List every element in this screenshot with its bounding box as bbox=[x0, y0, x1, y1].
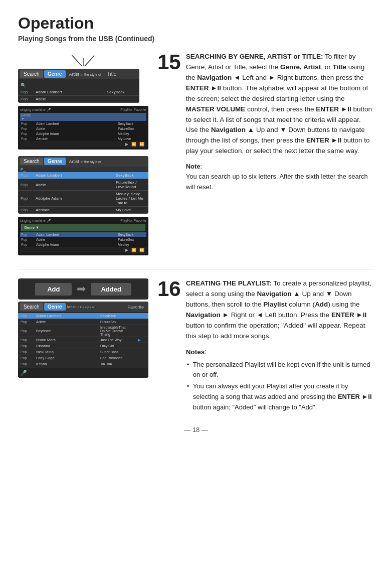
add-bold: Add bbox=[315, 301, 328, 308]
notes-label: Notes bbox=[186, 348, 205, 356]
pl-genre: Pop bbox=[21, 356, 35, 360]
karaoke-row: Pop Adam Lambert SexyBack bbox=[20, 121, 146, 126]
table-row: Pop Aerolah My Love bbox=[18, 207, 148, 214]
genre-tab-pl: Genre bbox=[44, 303, 66, 311]
row-title: FutureSex / LoveSound bbox=[116, 180, 146, 189]
section-16-images: Add ➡ Added Search Genre Artist in the s… bbox=[18, 278, 148, 378]
added-button-display: Added bbox=[91, 283, 131, 296]
enter-16: ENTER ►II bbox=[331, 311, 366, 319]
note-label: Note bbox=[186, 163, 201, 170]
genre-artist-bold: Genre, Artist bbox=[280, 63, 321, 71]
up-arrow: ▲ bbox=[248, 126, 254, 133]
k-title: FutureSex bbox=[118, 127, 145, 130]
k-genre: Pop bbox=[21, 127, 35, 130]
playlist-row: Pop Ke$ha TiK ToK bbox=[18, 361, 148, 367]
pl-genre: Pop bbox=[21, 350, 35, 354]
table-row: Pop Adele FutureSex / LoveSound bbox=[18, 179, 148, 191]
genre-tab-2: Genre bbox=[44, 158, 66, 165]
row-artist: Adele bbox=[36, 97, 107, 101]
note-16-2: You can always edit your Playlist after … bbox=[186, 381, 374, 412]
step-16-number: 16 bbox=[157, 278, 181, 300]
k-title: Medley bbox=[118, 132, 145, 135]
screen-mock-2: Search Genre Artist in the style of P_ P… bbox=[18, 156, 148, 214]
row-genre: Pop bbox=[21, 208, 36, 212]
search-bar-1: Search Genre Artist in the style of Titl… bbox=[18, 69, 139, 79]
step-15-number: 15 bbox=[157, 52, 181, 73]
genre-tab-active: Genre bbox=[44, 70, 66, 78]
k-artist: Adam Lambert bbox=[36, 233, 117, 236]
artist-tab-pl: Artist in the style of bbox=[67, 305, 95, 309]
k-artist: Adolphe Adam bbox=[36, 243, 117, 246]
playlist-bold: Playlist bbox=[263, 301, 287, 308]
title-bold: Title bbox=[333, 63, 347, 71]
right-arrow: ► bbox=[269, 74, 275, 81]
pl-artist: Lady Gaga bbox=[36, 356, 99, 360]
playlist-tabs: Search Genre Artist in the style of bbox=[20, 303, 94, 311]
pl-title: Super Bass bbox=[100, 350, 130, 354]
icon-strip: ▶ ⏪ ⏩ bbox=[20, 141, 146, 148]
master-volume-bold: MASTER VOLUME bbox=[186, 105, 246, 113]
step-16-title-bold: CREATING THE PLAYLIST: bbox=[186, 279, 272, 287]
pl-genre: Pop bbox=[21, 362, 35, 366]
pl-title: Only Girl bbox=[100, 344, 130, 348]
page-number: — 18 — bbox=[184, 426, 208, 433]
pl-title: SexyBack bbox=[100, 314, 130, 318]
pl-add: ▶ bbox=[132, 338, 146, 342]
step-15-header: 15 SEARCHING BY GENRE, ARTIST or TITLE: … bbox=[157, 52, 374, 192]
playlist-row: Pop Bruno Mars Just The Way ▶ bbox=[18, 337, 148, 343]
row-artist: Adolphe Adam bbox=[36, 196, 116, 201]
row-genre: Pop bbox=[21, 90, 36, 94]
playlist-row: Pop Nicki Minaj Super Bass bbox=[18, 349, 148, 355]
k-artist: Adam Lambert bbox=[36, 122, 117, 125]
karaoke-row: Genre ▼ bbox=[20, 113, 146, 121]
icon-rew: ⏪ bbox=[131, 248, 136, 252]
enter-1: ENTER ►II bbox=[186, 84, 221, 92]
row-title: SexyBack bbox=[116, 173, 146, 178]
playlist-screen: Search Genre Artist in the style of Favo… bbox=[18, 302, 148, 378]
page-title: Operation bbox=[18, 14, 374, 33]
row-artist: Aerolah bbox=[36, 208, 116, 212]
notes-list: The personalized Playlist will be kept e… bbox=[186, 360, 374, 413]
k-title: SexyBack bbox=[118, 233, 145, 236]
down-arrow-16: ▼ bbox=[326, 290, 332, 298]
k-genre: Genre ▼ bbox=[21, 113, 35, 120]
down-arrow: ▼ bbox=[280, 126, 286, 133]
k-title: My Love bbox=[118, 137, 145, 140]
icon-play: ▶ bbox=[125, 248, 128, 252]
karaoke-row: Pop Adolphe Adam Medley bbox=[20, 131, 146, 136]
note-text: You can search up to six letters. After … bbox=[186, 173, 368, 190]
karaoke-header-2: singing machine 🎤 PlayNo. Favorite bbox=[20, 219, 146, 223]
pl-artist: Adele bbox=[36, 320, 99, 324]
pl-genre: Pop bbox=[21, 329, 35, 333]
karaoke-rows: Genre ▼ Pop Adam Lambert SexyBack Pop Ad… bbox=[20, 113, 146, 141]
pl-artist: Beyoncé bbox=[36, 329, 99, 333]
add-button-display: Add bbox=[35, 283, 72, 296]
pl-genre: Pop bbox=[21, 338, 35, 342]
pl-title: Bad Romance bbox=[100, 356, 130, 360]
pl-artist: Adam Lambert bbox=[36, 314, 99, 318]
step-16-body: CREATING THE PLAYLIST: To create a perso… bbox=[186, 278, 374, 342]
karaoke-screen-2: singing machine 🎤 PlayNo. Favorite Genre… bbox=[18, 217, 148, 255]
playlist-row: Pop Beyoncé IrreplacableThat Do Me Groov… bbox=[18, 325, 148, 337]
cursor-center-icon: | bbox=[82, 56, 85, 67]
search-tab-2: Search bbox=[20, 158, 43, 165]
k-genre: Pop bbox=[21, 233, 35, 236]
k-title: Medley bbox=[118, 243, 145, 246]
fav-tab: Favorite bbox=[125, 304, 146, 311]
k-genre: Pop bbox=[21, 238, 35, 241]
section-16-text: 16 CREATING THE PLAYLIST: To create a pe… bbox=[157, 278, 374, 414]
k-genre: Pop bbox=[21, 132, 35, 135]
k-title bbox=[118, 113, 145, 120]
karaoke-row: Pop Adam Lambert SexyBack bbox=[20, 232, 146, 237]
search-tab: Search bbox=[20, 70, 43, 78]
pl-artist: Nicki Minaj bbox=[36, 350, 99, 354]
step-15-body: SEARCHING BY GENRE, ARTIST or TITLE: To … bbox=[186, 52, 374, 157]
playlist-row: Pop Lady Gaga Bad Romance bbox=[18, 355, 148, 361]
add-added-bar: Add ➡ Added bbox=[18, 278, 148, 300]
table-row: Pop Adolphe Adam Medley: Sexy Ladies / L… bbox=[18, 191, 148, 207]
cursor-left-icon: ╲ bbox=[72, 54, 82, 68]
k-artist: Aerolah bbox=[36, 137, 117, 140]
search-bar-2: Search Genre Artist in the style of bbox=[18, 156, 148, 167]
pl-title: FutureSex bbox=[100, 320, 130, 324]
k-genre: Pop bbox=[21, 243, 35, 246]
